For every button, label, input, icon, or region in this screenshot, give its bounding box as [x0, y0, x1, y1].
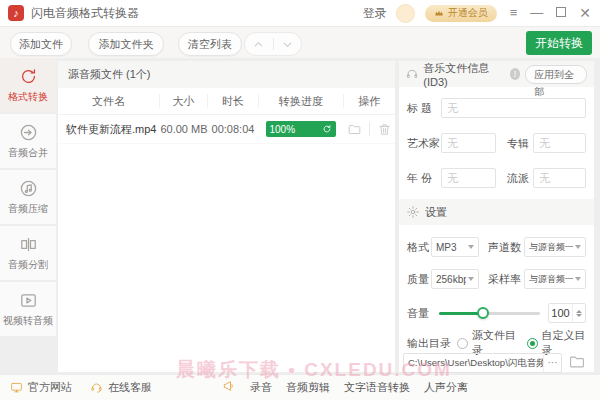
id3-year-input[interactable] — [441, 168, 496, 188]
sidebar: 格式转换 音频合并 音频压缩 音频分割 视频转音频 — [0, 58, 56, 375]
radio-custom-dir[interactable] — [527, 338, 538, 349]
table-row[interactable]: 软件更新流程.mp4 60.00 MB 00:08:04 100% — [58, 115, 395, 144]
output-path-value: C:\Users\User\Desktop\闪电音频格式转换 — [404, 357, 543, 370]
delete-trash-icon[interactable] — [377, 122, 392, 137]
file-duration: 00:08:04 — [208, 123, 258, 135]
online-support-label: 在线客服 — [108, 380, 152, 395]
music-note-circle-icon — [19, 179, 38, 198]
app-window: ♪ 闪电音频格式转换器 登录 开通会员 ≡ — ✕ 添加文件 添加文件夹 清空列… — [0, 0, 600, 400]
statusbar-link-recording[interactable]: 录音 — [250, 380, 272, 395]
id3-album-input[interactable] — [533, 133, 586, 153]
volume-stepper[interactable] — [572, 304, 585, 322]
start-convert-button[interactable]: 开始转换 — [526, 31, 592, 55]
channels-select[interactable]: 与源音频一致 — [524, 237, 586, 257]
file-list-header: 源音频文件 (1个) — [58, 61, 395, 88]
sidebar-item-label: 格式转换 — [8, 90, 48, 104]
sidebar-item-audio-compress[interactable]: 音频压缩 — [0, 170, 56, 224]
year-label: 年 份 — [407, 171, 441, 186]
id3-title: 音乐文件信息 (ID3) — [423, 61, 505, 88]
sidebar-item-format-convert[interactable]: 格式转换 — [0, 58, 56, 112]
sidebar-item-label: 音频合并 — [8, 146, 48, 160]
open-output-folder-icon[interactable] — [568, 353, 588, 374]
id3-section-header: 音乐文件信息 (ID3) ! 应用到全部 — [399, 61, 594, 87]
channels-value: 与源音频一致 — [529, 241, 573, 254]
sidebar-item-label: 音频压缩 — [8, 202, 48, 216]
channels-label: 声道数 — [488, 240, 522, 255]
id3-genre-input[interactable] — [533, 168, 586, 188]
samplerate-select[interactable]: 与源音频一致 — [524, 269, 586, 289]
id3-title-input[interactable] — [441, 98, 586, 118]
artist-label: 艺术家 — [407, 136, 441, 151]
gear-icon — [406, 205, 420, 219]
progress-value: 100% — [270, 124, 296, 135]
quality-value: 256kbps — [436, 274, 466, 285]
output-path-input[interactable]: C:\Users\User\Desktop\闪电音频格式转换 ··· — [403, 353, 562, 373]
headset-icon — [90, 381, 103, 394]
app-title: 闪电音频格式转换器 — [31, 0, 139, 26]
sidebar-item-audio-merge[interactable]: 音频合并 — [0, 114, 56, 168]
megaphone-icon — [222, 379, 236, 396]
merge-icon — [19, 123, 38, 142]
move-up-icon[interactable] — [245, 39, 273, 50]
format-channels-row: 格式 MP3 声道数 与源音频一致 — [407, 236, 586, 258]
statusbar-link-vocal-separation[interactable]: 人声分离 — [424, 380, 468, 395]
maximize-icon[interactable] — [556, 0, 566, 26]
official-website-link[interactable]: 官方网站 — [10, 380, 72, 395]
info-icon[interactable]: ! — [510, 68, 520, 80]
vip-label: 开通会员 — [448, 6, 488, 20]
avatar[interactable] — [396, 4, 415, 23]
close-icon[interactable]: ✕ — [579, 0, 591, 26]
slider-thumb[interactable] — [477, 307, 489, 319]
move-down-icon[interactable] — [274, 39, 302, 50]
chevron-down-icon — [468, 277, 474, 281]
statusbar-link-tts[interactable]: 文字语音转换 — [344, 380, 410, 395]
genre-label: 流派 — [507, 171, 533, 186]
volume-slider[interactable] — [439, 307, 540, 319]
minimize-icon[interactable]: — — [530, 0, 543, 26]
statusbar-link-audio-edit[interactable]: 音频剪辑 — [286, 380, 330, 395]
video-play-icon — [19, 291, 38, 310]
column-size: 大小 — [159, 94, 207, 108]
open-folder-icon[interactable] — [347, 122, 362, 137]
menu-icon[interactable]: ≡ — [510, 0, 518, 26]
progress-bar: 100% — [266, 121, 336, 137]
radio-source-dir[interactable] — [457, 338, 468, 349]
step-up-icon[interactable] — [576, 310, 582, 313]
login-button[interactable]: 登录 — [363, 5, 387, 22]
album-label: 专辑 — [507, 136, 533, 151]
divider — [369, 122, 370, 136]
file-name: 软件更新流程.mp4 — [58, 122, 160, 137]
add-file-button[interactable]: 添加文件 — [10, 32, 72, 56]
online-support-link[interactable]: 在线客服 — [90, 380, 152, 395]
sidebar-item-audio-split[interactable]: 音频分割 — [0, 226, 56, 280]
refresh-icon — [322, 124, 332, 134]
convert-refresh-icon — [19, 67, 38, 86]
step-down-icon[interactable] — [576, 314, 582, 317]
sidebar-item-label: 视频转音频 — [3, 314, 53, 328]
settings-panel: 音乐文件信息 (ID3) ! 应用到全部 标 题 艺术家 专辑 年 份 流派 设… — [399, 61, 594, 372]
format-select[interactable]: MP3 — [431, 237, 479, 257]
clear-list-button[interactable]: 清空列表 — [178, 32, 242, 56]
output-label: 输出目录 — [407, 336, 457, 351]
vip-button[interactable]: 开通会员 — [425, 5, 497, 22]
quality-select[interactable]: 256kbps — [431, 269, 479, 289]
column-filename: 文件名 — [58, 94, 159, 109]
quality-samplerate-row: 质量 256kbps 采样率 与源音频一致 — [407, 268, 586, 290]
volume-numbox: 100 — [548, 303, 586, 323]
crown-icon — [434, 8, 444, 18]
toolbar: 添加文件 添加文件夹 清空列表 开始转换 — [0, 27, 600, 58]
apply-to-all-button[interactable]: 应用到全部 — [525, 65, 587, 84]
output-dir-row: 输出目录 源文件目录 自定义目录 — [407, 332, 586, 354]
add-folder-button[interactable]: 添加文件夹 — [88, 32, 164, 56]
operations-cell — [343, 122, 395, 137]
format-value: MP3 — [436, 242, 466, 253]
volume-row: 音量 100 — [407, 302, 586, 324]
sidebar-item-label: 音频分割 — [8, 258, 48, 272]
id3-artist-input[interactable] — [441, 133, 496, 153]
file-list-panel: 源音频文件 (1个) 文件名 大小 时长 转换进度 操作 软件更新流程.mp4 … — [58, 61, 395, 372]
column-duration: 时长 — [207, 94, 257, 108]
sidebar-item-video-to-audio[interactable]: 视频转音频 — [0, 282, 56, 336]
settings-title: 设置 — [425, 205, 447, 220]
browse-button[interactable]: ··· — [543, 354, 561, 372]
column-operations: 操作 — [343, 94, 395, 108]
